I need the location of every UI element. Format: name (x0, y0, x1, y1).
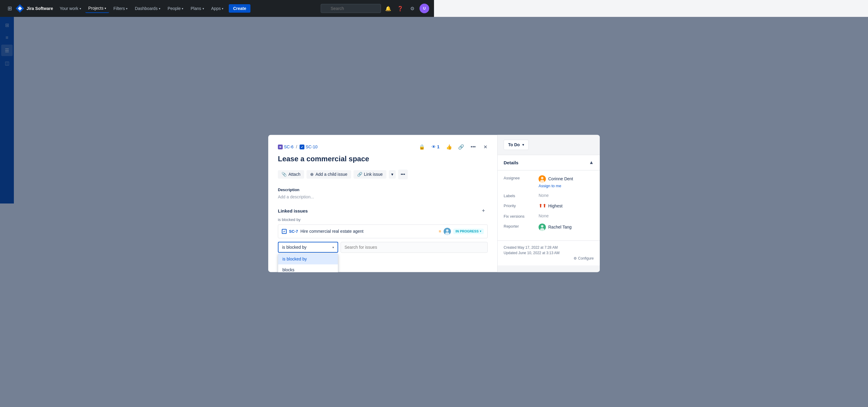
chevron-down-icon: ▾ (126, 7, 127, 10)
chevron-down-icon: ▾ (222, 7, 223, 10)
actions-dropdown-button[interactable]: ▾ (389, 170, 396, 179)
nav-dashboards[interactable]: Dashboards ▾ (132, 4, 163, 13)
settings-button[interactable]: ⚙ (407, 4, 417, 13)
grid-icon[interactable]: ⊞ (5, 4, 14, 13)
search-input[interactable] (321, 4, 381, 13)
issue-modal: 🔒 👁 1 👍 🔗 ••• ✕ SC-6 / (268, 135, 434, 204)
nav-apps[interactable]: Apps ▾ (208, 4, 227, 13)
nav-projects[interactable]: Projects ▾ (85, 4, 110, 13)
add-child-issue-button[interactable]: ⊕ Add a child issue (307, 170, 351, 179)
chevron-down-icon: ▾ (182, 7, 183, 10)
action-buttons: 📎 Attach ⊕ Add a child issue 🔗 Link issu… (278, 170, 434, 179)
current-issue-icon (300, 145, 304, 149)
chevron-down-icon: ▾ (159, 7, 160, 10)
description-placeholder[interactable]: Add a description... (278, 195, 434, 199)
link-icon: 🔗 (357, 172, 362, 177)
help-button[interactable]: ❓ (396, 4, 405, 13)
issue-title[interactable]: Lease a commercial space (278, 154, 434, 163)
user-avatar[interactable]: U (420, 4, 429, 13)
breadcrumb: SC-6 / SC-10 (278, 145, 434, 149)
breadcrumb-parent[interactable]: SC-6 (278, 145, 293, 149)
more-actions-button[interactable]: ••• (398, 170, 408, 179)
nav-your-work[interactable]: Your work ▾ (57, 4, 84, 13)
link-issue-button[interactable]: 🔗 Link issue (353, 170, 386, 179)
logo-text: Jira Software (27, 6, 53, 11)
nav-right-section: 🔍 🔔 ❓ ⚙ U (321, 4, 429, 13)
top-navigation: ⊞ Jira Software Your work ▾ Projects ▾ F… (0, 0, 434, 17)
logo-diamond (16, 4, 24, 13)
modal-left-panel: 🔒 👁 1 👍 🔗 ••• ✕ SC-6 / (268, 135, 434, 204)
chevron-down-icon: ▾ (203, 7, 204, 10)
nav-people[interactable]: People ▾ (164, 4, 187, 13)
breadcrumb-separator: / (296, 145, 297, 149)
chevron-down-icon: ▾ (104, 7, 106, 10)
chevron-down-icon: ▾ (80, 7, 81, 10)
notifications-button[interactable]: 🔔 (383, 4, 393, 13)
eye-icon: 👁 (432, 145, 434, 149)
description-label: Description (278, 188, 434, 192)
paperclip-icon: 📎 (281, 172, 287, 177)
create-button[interactable]: Create (229, 4, 250, 13)
jira-logo[interactable]: Jira Software (16, 4, 53, 13)
modal-header-actions: 🔒 👁 1 👍 🔗 ••• ✕ (417, 142, 434, 152)
lock-button[interactable]: 🔒 (417, 142, 427, 152)
attach-button[interactable]: 📎 Attach (278, 170, 304, 179)
breadcrumb-current[interactable]: SC-10 (300, 145, 318, 149)
nav-filters[interactable]: Filters ▾ (110, 4, 130, 13)
search-wrapper: 🔍 (321, 4, 381, 13)
child-issue-icon: ⊕ (310, 172, 314, 177)
parent-issue-icon (278, 145, 283, 149)
watch-button[interactable]: 👁 1 (429, 143, 434, 151)
nav-plans[interactable]: Plans ▾ (187, 4, 207, 13)
chevron-down-icon: ▾ (391, 172, 393, 177)
